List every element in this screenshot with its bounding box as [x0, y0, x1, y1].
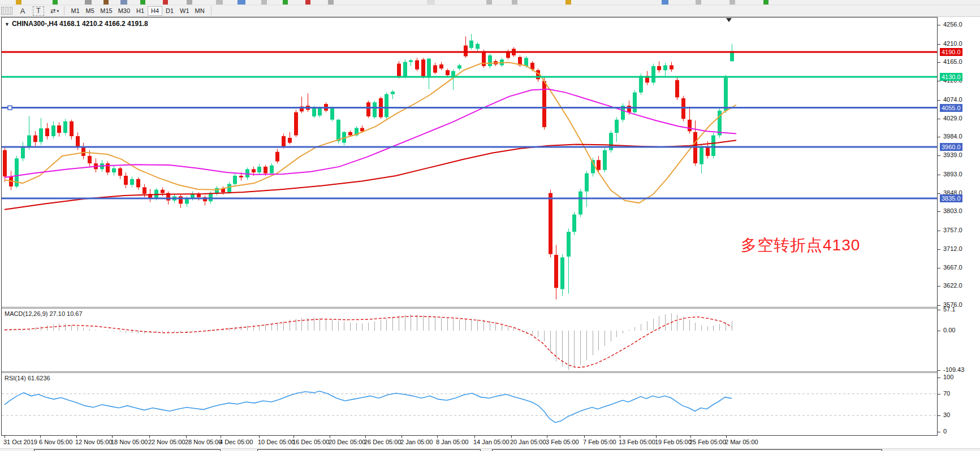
macd-axis-label: -109.43	[943, 366, 964, 373]
candle-up	[112, 168, 116, 172]
axis-tick	[938, 394, 940, 394]
axis-tick	[938, 175, 940, 175]
rsi-axis-label: 30	[943, 411, 950, 418]
date-tick	[511, 436, 512, 438]
date-tick	[5, 436, 5, 438]
candle-down	[33, 136, 37, 142]
date-label: 14 Jan 05:00	[473, 439, 510, 445]
candle-up	[615, 120, 619, 133]
candle-up	[63, 122, 67, 133]
date-label: 7 Feb 05:00	[583, 439, 616, 445]
candle-up	[567, 232, 571, 257]
date-tick	[330, 436, 330, 438]
price-tick-label: 3757.0	[943, 227, 962, 233]
candle-down	[252, 169, 256, 172]
candle-up	[578, 192, 582, 215]
candle-down	[542, 81, 546, 127]
candle-down	[294, 112, 298, 136]
candle-down	[275, 152, 279, 162]
candle-down	[421, 59, 425, 77]
axis-tick	[938, 62, 940, 63]
level-price-label: 4130.0	[940, 73, 962, 81]
chinese-annotation-text[interactable]: 多空转折点4130	[741, 235, 860, 256]
level-price-label: 3835.0	[940, 194, 962, 202]
candle-up	[663, 66, 667, 71]
candle-down	[597, 160, 601, 170]
line-select-handle[interactable]	[8, 106, 12, 110]
candle-up	[603, 150, 607, 170]
axis-tick	[938, 100, 940, 101]
date-label: 16 Dec 05:00	[292, 439, 329, 445]
candle-down	[70, 122, 74, 136]
date-label: 28 Nov 05:00	[185, 439, 222, 445]
price-tick-label: 4256.0	[943, 21, 962, 28]
candle-up	[427, 59, 431, 78]
candle-down	[124, 176, 128, 185]
collapse-arrow-icon[interactable]: ▼	[5, 21, 10, 27]
candle-up	[233, 176, 237, 184]
pane-separator-macd[interactable]	[2, 307, 937, 309]
date-tick	[186, 436, 187, 438]
candle-down	[397, 64, 401, 77]
date-tick	[726, 436, 727, 438]
axis-tick	[938, 44, 940, 45]
axis-tick	[938, 268, 940, 268]
candle-up	[312, 107, 316, 116]
candle-up	[711, 136, 715, 157]
candle-down	[415, 60, 419, 70]
date-label: 8 Jan 05:00	[436, 439, 469, 445]
rsi-line	[5, 391, 732, 423]
candle-up	[257, 167, 261, 172]
chart-shift-marker-icon[interactable]	[726, 18, 732, 22]
price-tick-label: 4210.0	[943, 40, 962, 47]
candle-up	[633, 93, 637, 112]
pane-separator-rsi[interactable]	[2, 371, 937, 373]
date-label: 18 Nov 05:00	[111, 439, 148, 445]
candle-up	[215, 188, 219, 193]
candle-down	[627, 106, 631, 112]
candle-down	[464, 46, 468, 57]
date-label: 2 Mar 05:00	[725, 439, 758, 445]
ma-fast-line	[5, 62, 736, 203]
date-tick	[547, 436, 547, 438]
rsi-axis-label: 70	[943, 390, 950, 397]
axis-tick	[938, 310, 940, 310]
price-tick-label: 3893.0	[943, 171, 962, 177]
candle-down	[439, 64, 443, 68]
price-tick-label: 4165.0	[943, 58, 962, 65]
date-label: 12 Nov 05:00	[75, 439, 112, 445]
date-label: 25 Feb 05:00	[689, 439, 726, 445]
date-tick	[437, 436, 438, 438]
candle-up	[318, 108, 322, 115]
candle-up	[227, 184, 231, 193]
price-tick-label: 3622.0	[943, 282, 962, 289]
date-axis[interactable]: 31 Oct 20196 Nov 05:0012 Nov 05:0018 Nov…	[0, 436, 980, 448]
rsi-indicator-label: RSI(14) 61.6236	[5, 375, 50, 381]
date-label: 31 Oct 2019	[3, 439, 37, 445]
date-tick	[620, 436, 620, 438]
candle-down	[76, 136, 80, 147]
candle-down	[88, 156, 92, 163]
candle-down	[106, 163, 110, 172]
chart-canvas[interactable]	[0, 0, 938, 436]
macd-axis-label: 57.1	[943, 306, 955, 313]
candle-up	[639, 76, 643, 92]
date-tick	[40, 436, 41, 438]
axis-tick	[938, 137, 940, 137]
date-label: 10 Dec 05:00	[258, 439, 295, 445]
candle-down	[446, 70, 450, 75]
axis-tick	[938, 378, 940, 378]
candle-down	[366, 102, 370, 116]
axis-tick	[938, 119, 940, 119]
axis-tick	[938, 331, 940, 331]
level-price-label: 4190.0	[940, 48, 962, 56]
level-price-label: 3960.0	[940, 143, 962, 151]
candle-up	[457, 66, 461, 69]
candle-up	[700, 147, 703, 164]
candle-down	[81, 147, 85, 156]
candle-down	[239, 176, 243, 177]
date-label: 19 Feb 05:00	[655, 439, 692, 445]
price-tick-label: 3803.0	[943, 207, 962, 214]
candle-up	[209, 193, 213, 202]
date-tick	[149, 436, 150, 438]
